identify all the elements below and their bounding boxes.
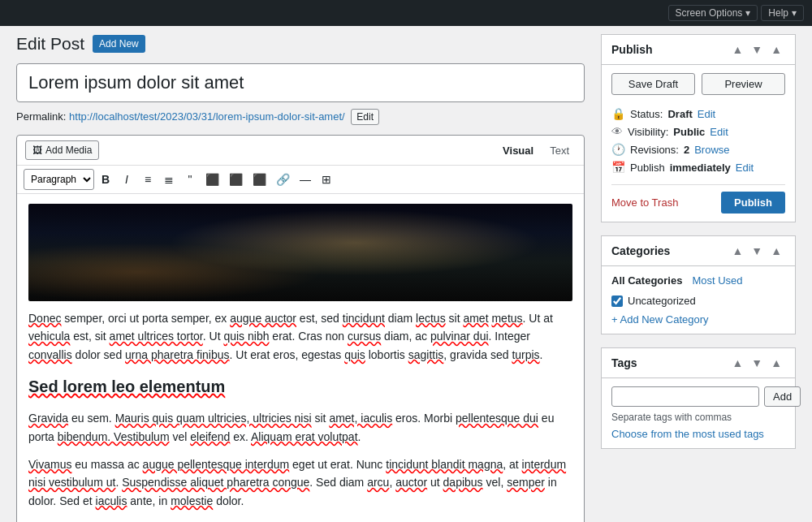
tags-box-title: Tags [611, 356, 637, 369]
tab-text[interactable]: Text [543, 141, 576, 160]
categories-box: Categories ▲ ▼ ▲ All Categories Most Use… [601, 235, 796, 334]
editor-container: 🖼 Add Media Visual Text Paragraph Headin… [16, 135, 585, 522]
clock-icon: 🕐 [611, 143, 625, 156]
blockquote-button[interactable]: " [180, 170, 200, 188]
categories-box-title: Categories [611, 244, 670, 257]
tags-input[interactable] [611, 386, 759, 407]
publish-box-title: Publish [611, 43, 653, 56]
editor-image [28, 204, 572, 301]
category-uncategorized-item: Uncategorized [611, 295, 785, 307]
tags-box: Tags ▲ ▼ ▲ Add Separate tags with commas… [601, 347, 796, 449]
add-tag-button[interactable]: Add [764, 386, 801, 407]
editor-body[interactable]: Donec semper, orci ut porta semper, ex a… [17, 194, 584, 522]
choose-tags-link[interactable]: Choose from the most used tags [611, 428, 764, 440]
eye-icon: 👁 [611, 125, 623, 138]
tags-toggle-button[interactable]: ▲ [767, 355, 785, 371]
editor-toolbar-top: 🖼 Add Media Visual Text [17, 136, 584, 166]
permalink-url[interactable]: http://localhost/test/2023/03/31/lorem-i… [69, 110, 345, 123]
publish-time-value: immediately [670, 162, 731, 174]
collapse-down-button[interactable]: ▼ [748, 41, 766, 58]
publish-actions: Save Draft Preview [611, 73, 785, 95]
publish-box: Publish ▲ ▼ ▲ Save Draft Preview 🔒 Statu… [601, 34, 796, 222]
permalink-edit-button[interactable]: Edit [351, 109, 379, 125]
tags-collapse-down-button[interactable]: ▼ [748, 355, 766, 371]
visibility-edit-link[interactable]: Edit [710, 126, 728, 138]
help-button[interactable]: Help ▾ [761, 5, 804, 21]
bold-button[interactable]: B [96, 170, 115, 188]
publish-footer: Move to Trash Publish [611, 184, 785, 214]
editor-text: Donec semper, orci ut porta semper, ex a… [28, 309, 572, 510]
publish-time-label: Publish [630, 162, 665, 174]
categories-tabs: All Categories Most Used [611, 274, 785, 287]
collapse-up-button[interactable]: ▲ [728, 41, 746, 58]
post-title-input[interactable] [16, 63, 585, 102]
publish-meta: 🔒 Status: Draft Edit 👁 Visibility: Publi… [611, 105, 785, 176]
status-row: 🔒 Status: Draft Edit [611, 105, 785, 123]
add-new-button[interactable]: Add New [93, 35, 145, 53]
tags-box-controls: ▲ ▼ ▲ [728, 355, 785, 371]
view-tabs: Visual Text [496, 141, 576, 160]
publish-box-content: Save Draft Preview 🔒 Status: Draft Edit … [602, 65, 795, 222]
tab-visual[interactable]: Visual [496, 141, 540, 160]
page-title: Edit Post [16, 34, 84, 54]
screen-options-button[interactable]: Screen Options ▾ [668, 5, 758, 21]
add-media-button[interactable]: 🖼 Add Media [25, 140, 99, 160]
visibility-value: Public [673, 126, 705, 138]
category-uncategorized-checkbox[interactable] [611, 296, 623, 307]
italic-button[interactable]: I [117, 170, 136, 188]
revisions-row: 🕐 Revisions: 2 Browse [611, 140, 785, 158]
content-paragraph-1: Donec semper, orci ut porta semper, ex a… [28, 309, 572, 364]
visibility-label: Visibility: [628, 126, 668, 138]
publish-box-header[interactable]: Publish ▲ ▼ ▲ [602, 35, 795, 65]
publish-time-row: 📅 Publish immediately Edit [611, 158, 785, 176]
most-used-tab[interactable]: Most Used [692, 274, 742, 287]
categories-box-content: All Categories Most Used Uncategorized +… [602, 266, 795, 334]
unordered-list-button[interactable]: ≡ [138, 170, 158, 188]
screen-options-label: Screen Options [676, 7, 743, 19]
tags-collapse-up-button[interactable]: ▲ [728, 355, 746, 371]
ordered-list-button[interactable]: ≣ [159, 170, 179, 188]
visibility-row: 👁 Visibility: Public Edit [611, 123, 785, 140]
publish-time-edit-link[interactable]: Edit [736, 162, 754, 174]
save-draft-button[interactable]: Save Draft [611, 73, 695, 95]
toolbar-toggle-button[interactable]: ⊞ [317, 170, 336, 188]
paragraph-format-select[interactable]: Paragraph Heading 1 Heading 2 Heading 3 [24, 169, 94, 190]
tags-box-content: Add Separate tags with commas Choose fro… [602, 378, 795, 448]
align-center-button[interactable]: ⬛ [225, 170, 247, 188]
cat-collapse-up-button[interactable]: ▲ [728, 243, 746, 259]
align-left-button[interactable]: ⬛ [201, 170, 223, 188]
lock-icon: 🔒 [611, 107, 625, 120]
content-heading: Sed lorem leo elementum [28, 373, 572, 399]
toggle-button[interactable]: ▲ [767, 41, 785, 58]
read-more-button[interactable]: — [296, 170, 315, 188]
categories-box-header[interactable]: Categories ▲ ▼ ▲ [602, 236, 795, 266]
move-trash-link[interactable]: Move to Trash [611, 196, 678, 209]
publish-button[interactable]: Publish [721, 192, 785, 214]
add-media-label: Add Media [45, 145, 92, 156]
revisions-label: Revisions: [630, 144, 679, 156]
cat-collapse-down-button[interactable]: ▼ [748, 243, 766, 259]
categories-box-controls: ▲ ▼ ▲ [728, 243, 785, 259]
tags-box-header[interactable]: Tags ▲ ▼ ▲ [602, 348, 795, 378]
revisions-value: 2 [684, 144, 689, 156]
status-edit-link[interactable]: Edit [698, 108, 715, 120]
help-label: Help [768, 7, 788, 19]
preview-button[interactable]: Preview [702, 73, 785, 95]
link-button[interactable]: 🔗 [272, 170, 294, 188]
chevron-down-icon: ▾ [792, 7, 797, 19]
category-uncategorized-label: Uncategorized [628, 295, 696, 307]
status-value: Draft [667, 108, 692, 120]
chevron-down-icon: ▾ [745, 7, 750, 19]
add-new-category-link[interactable]: + Add New Category [611, 313, 785, 326]
cat-toggle-button[interactable]: ▲ [767, 243, 785, 259]
permalink-label: Permalink: [16, 110, 66, 123]
align-right-button[interactable]: ⬛ [248, 170, 270, 188]
calendar-icon: 📅 [611, 161, 625, 174]
all-categories-tab[interactable]: All Categories [611, 274, 682, 287]
revisions-browse-link[interactable]: Browse [694, 144, 729, 156]
content-paragraph-3: Vivamus eu massa ac augue pellentesque i… [28, 455, 572, 510]
tags-hint: Separate tags with commas [611, 412, 785, 423]
add-media-icon: 🖼 [32, 145, 42, 156]
content-paragraph-2: Gravida eu sem. Mauris quis quam ultrici… [28, 409, 572, 446]
status-label: Status: [630, 108, 663, 120]
